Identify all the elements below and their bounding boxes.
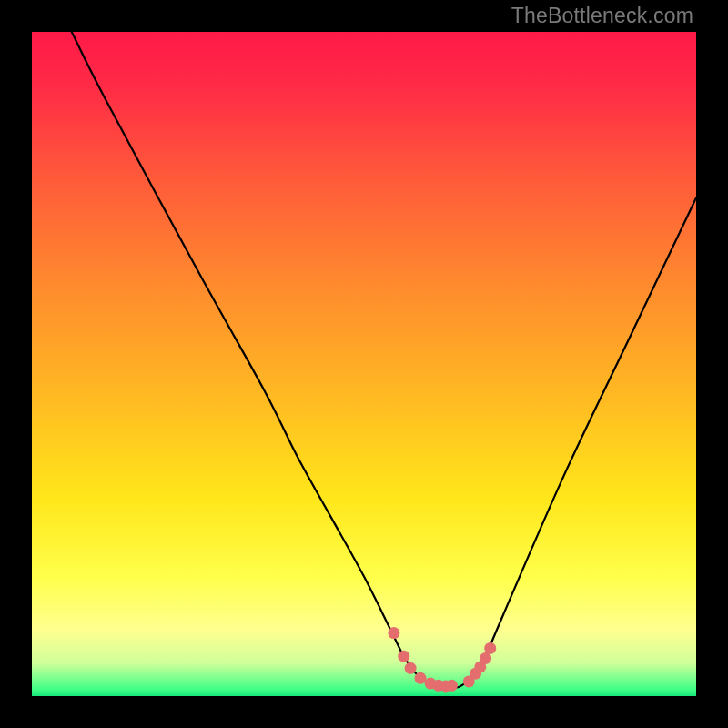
curve-overlay <box>32 32 696 696</box>
chart-frame: TheBottleneck.com <box>0 0 728 728</box>
curve-marker <box>405 662 417 674</box>
marker-group <box>388 627 496 692</box>
watermark-text: TheBottleneck.com <box>511 4 693 28</box>
bottleneck-curve <box>72 32 696 688</box>
plot-area <box>32 32 696 696</box>
curve-marker <box>446 680 458 692</box>
curve-marker <box>398 651 410 662</box>
curve-marker <box>484 642 496 654</box>
curve-marker <box>415 672 427 684</box>
curve-marker <box>388 627 399 639</box>
curve-group <box>72 32 696 688</box>
